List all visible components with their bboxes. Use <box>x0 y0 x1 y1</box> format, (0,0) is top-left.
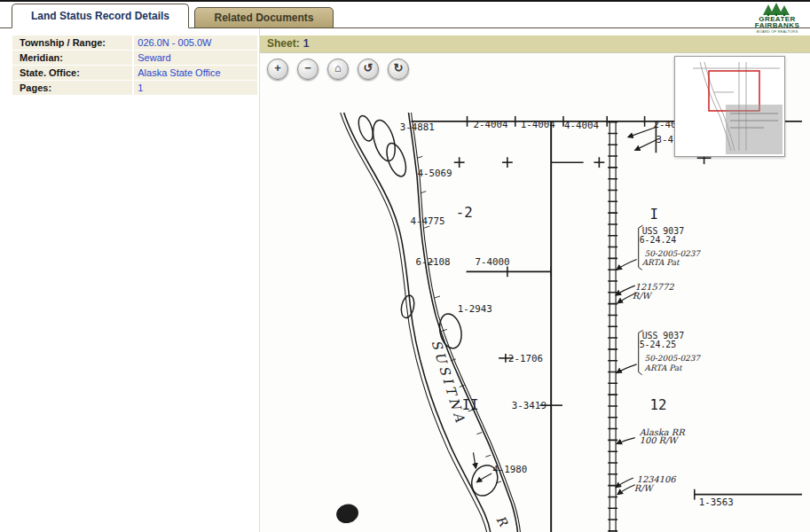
rotate-left-icon: ↺ <box>364 61 374 74</box>
adjacent-sheet-overlay <box>726 105 782 154</box>
map-annotation: 4-4775 <box>410 215 444 227</box>
map-annotation: I <box>650 206 658 223</box>
realtors-logo: GREATER FAIRBANKS BOARD OF REALTORS <box>750 2 805 35</box>
quarter-corner-ticks <box>454 152 802 499</box>
map-annotation: R/W <box>634 483 655 493</box>
map-annotation: R <box>493 513 511 529</box>
sheet-header-bar: Sheet:1 <box>260 35 810 52</box>
zoom-in-button[interactable]: + <box>267 59 288 80</box>
content-area: Township / Range: 026.0N - 005.0W Meridi… <box>0 28 810 532</box>
logo-line3: BOARD OF REALTORS <box>750 28 805 35</box>
leader-arrows <box>473 128 658 495</box>
tab-related-documents-label: Related Documents <box>214 12 313 24</box>
map-viewer[interactable]: 3-48812-40041-40044-40042-40023-41024-50… <box>260 52 810 532</box>
meridian-value: Seward <box>134 51 257 65</box>
record-row-meridian: Meridian: Seward <box>12 51 257 65</box>
map-annotation: ARTA Pat <box>641 258 680 267</box>
map-annotation: 7-4000 <box>475 256 509 268</box>
map-annotation: 3-4881 <box>400 121 435 133</box>
map-annotation: 4-5069 <box>417 168 452 179</box>
zoom-in-icon: + <box>274 61 281 74</box>
record-row-pages: Pages: 1 <box>12 81 257 95</box>
map-annotation: 12 <box>650 396 667 413</box>
township-range-label: Township / Range: <box>12 35 132 50</box>
map-annotation: R/W <box>633 291 653 301</box>
thumbnail-minimap <box>675 57 782 154</box>
map-annotation: 6-2108 <box>415 256 450 268</box>
home-icon: ⌂ <box>334 61 342 74</box>
land-status-page: Land Status Record Details Related Docum… <box>0 0 810 532</box>
map-annotation: 5-24.25 <box>640 340 677 349</box>
map-annotation: 2-1706 <box>508 353 543 364</box>
record-row-state-office: State. Office: Alaska State Office <box>12 66 257 80</box>
tab-land-status-details[interactable]: Land Status Record Details <box>12 4 189 28</box>
tab-land-status-details-label: Land Status Record Details <box>31 10 169 22</box>
map-annotations: 3-48812-40041-40044-40042-40023-41024-50… <box>400 119 734 529</box>
map-annotation: 1-3563 <box>699 497 734 508</box>
home-extent-button[interactable]: ⌂ <box>327 59 349 80</box>
map-annotation: 3-3419 <box>512 400 547 411</box>
sheet-label: Sheet: <box>267 37 300 50</box>
map-annotation: 4-4004 <box>564 120 599 131</box>
map-annotation: ARTA Pat <box>644 364 683 372</box>
pine-trees-icon <box>758 2 797 16</box>
pages-label: Pages: <box>12 81 132 95</box>
pages-value: 1 <box>134 81 257 95</box>
map-annotation: 50-2005-0237 <box>645 249 702 258</box>
record-details-panel: Township / Range: 026.0N - 005.0W Meridi… <box>0 28 259 532</box>
logo-line2: FAIRBANKS <box>750 22 805 28</box>
rotate-right-icon: ↻ <box>394 61 404 74</box>
sheet-number: 1 <box>303 37 310 50</box>
meridian-label: Meridian: <box>12 51 132 65</box>
rotate-left-button[interactable]: ↺ <box>358 59 379 80</box>
state-office-label: State. Office: <box>12 66 132 80</box>
map-annotation: 100 R/W <box>640 435 680 445</box>
rotate-right-button[interactable]: ↻ <box>388 59 409 80</box>
map-annotation: 6-24.24 <box>640 235 677 245</box>
township-range-value: 026.0N - 005.0W <box>134 35 257 50</box>
tab-bar: Land Status Record Details Related Docum… <box>0 2 810 28</box>
tab-related-documents[interactable]: Related Documents <box>194 7 334 28</box>
map-toolbar: + − ⌂ ↺ ↻ <box>267 59 409 80</box>
zoom-out-icon: − <box>304 61 311 74</box>
record-row-township-range: Township / Range: 026.0N - 005.0W <box>12 35 257 50</box>
map-annotation: 2-4004 <box>473 119 507 130</box>
map-annotation: 1-2943 <box>458 303 492 315</box>
map-annotation: 50-2005-0237 <box>645 354 702 363</box>
overview-thumbnail[interactable] <box>674 56 785 157</box>
zoom-out-button[interactable]: − <box>297 59 318 80</box>
state-office-value: Alaska State Office <box>134 66 257 80</box>
map-annotation: SUSITNA <box>429 338 468 426</box>
alaska-railroad-line <box>609 121 616 532</box>
section-lines <box>411 116 801 532</box>
sheet-viewer-panel: Sheet:1 <box>259 28 810 532</box>
map-annotation: 4-1980 <box>492 464 527 475</box>
map-annotation: 1-4004 <box>521 119 555 130</box>
map-annotation: -2 <box>456 204 473 221</box>
